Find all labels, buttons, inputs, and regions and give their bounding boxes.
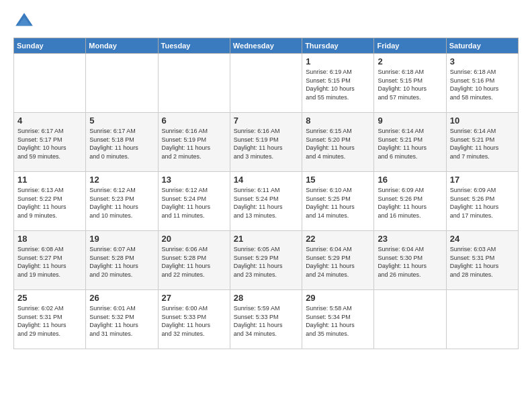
- calendar-cell: 18Sunrise: 6:08 AM Sunset: 5:27 PM Dayli…: [14, 231, 86, 290]
- day-number: 3: [450, 56, 515, 66]
- cell-content: Sunrise: 6:17 AM Sunset: 5:18 PM Dayligh…: [89, 127, 154, 161]
- calendar-cell: 22Sunrise: 6:04 AM Sunset: 5:29 PM Dayli…: [302, 231, 374, 290]
- day-number: 7: [234, 116, 298, 126]
- calendar-cell: 15Sunrise: 6:10 AM Sunset: 5:25 PM Dayli…: [302, 172, 374, 231]
- day-number: 4: [17, 116, 82, 126]
- calendar-cell: 5Sunrise: 6:17 AM Sunset: 5:18 PM Daylig…: [86, 113, 158, 172]
- day-number: 18: [17, 234, 82, 244]
- cell-content: Sunrise: 5:58 AM Sunset: 5:34 PM Dayligh…: [306, 304, 370, 338]
- day-number: 25: [17, 293, 82, 303]
- week-row: 25Sunrise: 6:02 AM Sunset: 5:31 PM Dayli…: [14, 290, 519, 349]
- week-row: 4Sunrise: 6:17 AM Sunset: 5:17 PM Daylig…: [14, 113, 519, 172]
- calendar-cell: 20Sunrise: 6:06 AM Sunset: 5:28 PM Dayli…: [158, 231, 230, 290]
- weekday-header: Sunday: [14, 38, 86, 54]
- cell-content: Sunrise: 6:02 AM Sunset: 5:31 PM Dayligh…: [17, 304, 82, 338]
- calendar-cell: 3Sunrise: 6:18 AM Sunset: 5:16 PM Daylig…: [446, 54, 518, 113]
- day-number: 23: [378, 234, 442, 244]
- calendar-cell: 13Sunrise: 6:12 AM Sunset: 5:24 PM Dayli…: [158, 172, 230, 231]
- calendar-cell: [14, 54, 86, 113]
- cell-content: Sunrise: 6:17 AM Sunset: 5:17 PM Dayligh…: [17, 127, 82, 161]
- cell-content: Sunrise: 6:00 AM Sunset: 5:33 PM Dayligh…: [162, 304, 226, 338]
- weekday-header-row: SundayMondayTuesdayWednesdayThursdayFrid…: [14, 38, 519, 54]
- cell-content: Sunrise: 6:05 AM Sunset: 5:29 PM Dayligh…: [234, 245, 298, 279]
- cell-content: Sunrise: 6:19 AM Sunset: 5:15 PM Dayligh…: [306, 68, 370, 101]
- calendar-cell: [374, 290, 446, 349]
- calendar-cell: 14Sunrise: 6:11 AM Sunset: 5:24 PM Dayli…: [230, 172, 302, 231]
- day-number: 12: [89, 175, 154, 185]
- calendar-cell: 1Sunrise: 6:19 AM Sunset: 5:15 PM Daylig…: [302, 54, 374, 113]
- calendar-cell: 24Sunrise: 6:03 AM Sunset: 5:31 PM Dayli…: [446, 231, 518, 290]
- logo-icon: [13, 11, 35, 32]
- cell-content: Sunrise: 5:59 AM Sunset: 5:33 PM Dayligh…: [234, 304, 298, 338]
- calendar-cell: 9Sunrise: 6:14 AM Sunset: 5:21 PM Daylig…: [374, 113, 446, 172]
- cell-content: Sunrise: 6:18 AM Sunset: 5:15 PM Dayligh…: [378, 68, 442, 101]
- cell-content: Sunrise: 6:18 AM Sunset: 5:16 PM Dayligh…: [450, 68, 515, 101]
- day-number: 11: [17, 175, 82, 185]
- calendar-cell: 23Sunrise: 6:04 AM Sunset: 5:30 PM Dayli…: [374, 231, 446, 290]
- day-number: 13: [162, 175, 226, 185]
- weekday-header: Thursday: [302, 38, 374, 54]
- day-number: 20: [162, 234, 226, 244]
- weekday-header: Tuesday: [158, 38, 230, 54]
- cell-content: Sunrise: 6:04 AM Sunset: 5:30 PM Dayligh…: [378, 245, 442, 279]
- day-number: 29: [306, 293, 370, 303]
- cell-content: Sunrise: 6:09 AM Sunset: 5:26 PM Dayligh…: [450, 186, 515, 220]
- cell-content: Sunrise: 6:10 AM Sunset: 5:25 PM Dayligh…: [306, 186, 370, 220]
- calendar-cell: 27Sunrise: 6:00 AM Sunset: 5:33 PM Dayli…: [158, 290, 230, 349]
- calendar-cell: 28Sunrise: 5:59 AM Sunset: 5:33 PM Dayli…: [230, 290, 302, 349]
- calendar-cell: 16Sunrise: 6:09 AM Sunset: 5:26 PM Dayli…: [374, 172, 446, 231]
- week-row: 1Sunrise: 6:19 AM Sunset: 5:15 PM Daylig…: [14, 54, 519, 113]
- cell-content: Sunrise: 6:15 AM Sunset: 5:20 PM Dayligh…: [306, 127, 370, 161]
- calendar-cell: 19Sunrise: 6:07 AM Sunset: 5:28 PM Dayli…: [86, 231, 158, 290]
- calendar-cell: 11Sunrise: 6:13 AM Sunset: 5:22 PM Dayli…: [14, 172, 86, 231]
- week-row: 18Sunrise: 6:08 AM Sunset: 5:27 PM Dayli…: [14, 231, 519, 290]
- calendar-cell: [86, 54, 158, 113]
- calendar-cell: 10Sunrise: 6:14 AM Sunset: 5:21 PM Dayli…: [446, 113, 518, 172]
- weekday-header: Monday: [86, 38, 158, 54]
- day-number: 24: [450, 234, 515, 244]
- week-row: 11Sunrise: 6:13 AM Sunset: 5:22 PM Dayli…: [14, 172, 519, 231]
- day-number: 8: [306, 116, 370, 126]
- calendar-cell: 7Sunrise: 6:16 AM Sunset: 5:19 PM Daylig…: [230, 113, 302, 172]
- day-number: 26: [89, 293, 154, 303]
- day-number: 9: [378, 116, 442, 126]
- cell-content: Sunrise: 6:11 AM Sunset: 5:24 PM Dayligh…: [234, 186, 298, 220]
- calendar-cell: 2Sunrise: 6:18 AM Sunset: 5:15 PM Daylig…: [374, 54, 446, 113]
- cell-content: Sunrise: 6:03 AM Sunset: 5:31 PM Dayligh…: [450, 245, 515, 279]
- calendar-cell: [446, 290, 518, 349]
- logo: [13, 11, 38, 32]
- cell-content: Sunrise: 6:07 AM Sunset: 5:28 PM Dayligh…: [89, 245, 154, 279]
- calendar-cell: 21Sunrise: 6:05 AM Sunset: 5:29 PM Dayli…: [230, 231, 302, 290]
- cell-content: Sunrise: 6:06 AM Sunset: 5:28 PM Dayligh…: [162, 245, 226, 279]
- weekday-header: Wednesday: [230, 38, 302, 54]
- cell-content: Sunrise: 6:04 AM Sunset: 5:29 PM Dayligh…: [306, 245, 370, 279]
- calendar-cell: 12Sunrise: 6:12 AM Sunset: 5:23 PM Dayli…: [86, 172, 158, 231]
- calendar-cell: 4Sunrise: 6:17 AM Sunset: 5:17 PM Daylig…: [14, 113, 86, 172]
- calendar-cell: 6Sunrise: 6:16 AM Sunset: 5:19 PM Daylig…: [158, 113, 230, 172]
- day-number: 5: [89, 116, 154, 126]
- day-number: 2: [378, 56, 442, 66]
- page-header: [13, 11, 519, 32]
- day-number: 21: [234, 234, 298, 244]
- day-number: 10: [450, 116, 515, 126]
- day-number: 6: [162, 116, 226, 126]
- cell-content: Sunrise: 6:16 AM Sunset: 5:19 PM Dayligh…: [234, 127, 298, 161]
- calendar-cell: 17Sunrise: 6:09 AM Sunset: 5:26 PM Dayli…: [446, 172, 518, 231]
- cell-content: Sunrise: 6:13 AM Sunset: 5:22 PM Dayligh…: [17, 186, 82, 220]
- calendar-cell: 26Sunrise: 6:01 AM Sunset: 5:32 PM Dayli…: [86, 290, 158, 349]
- cell-content: Sunrise: 6:14 AM Sunset: 5:21 PM Dayligh…: [378, 127, 442, 161]
- day-number: 22: [306, 234, 370, 244]
- day-number: 27: [162, 293, 226, 303]
- day-number: 14: [234, 175, 298, 185]
- day-number: 19: [89, 234, 154, 244]
- calendar-cell: 25Sunrise: 6:02 AM Sunset: 5:31 PM Dayli…: [14, 290, 86, 349]
- day-number: 16: [378, 175, 442, 185]
- calendar-cell: [158, 54, 230, 113]
- cell-content: Sunrise: 6:12 AM Sunset: 5:23 PM Dayligh…: [89, 186, 154, 220]
- day-number: 1: [306, 56, 370, 66]
- cell-content: Sunrise: 6:09 AM Sunset: 5:26 PM Dayligh…: [378, 186, 442, 220]
- cell-content: Sunrise: 6:01 AM Sunset: 5:32 PM Dayligh…: [89, 304, 154, 338]
- cell-content: Sunrise: 6:08 AM Sunset: 5:27 PM Dayligh…: [17, 245, 82, 279]
- day-number: 15: [306, 175, 370, 185]
- calendar: SundayMondayTuesdayWednesdayThursdayFrid…: [13, 38, 519, 349]
